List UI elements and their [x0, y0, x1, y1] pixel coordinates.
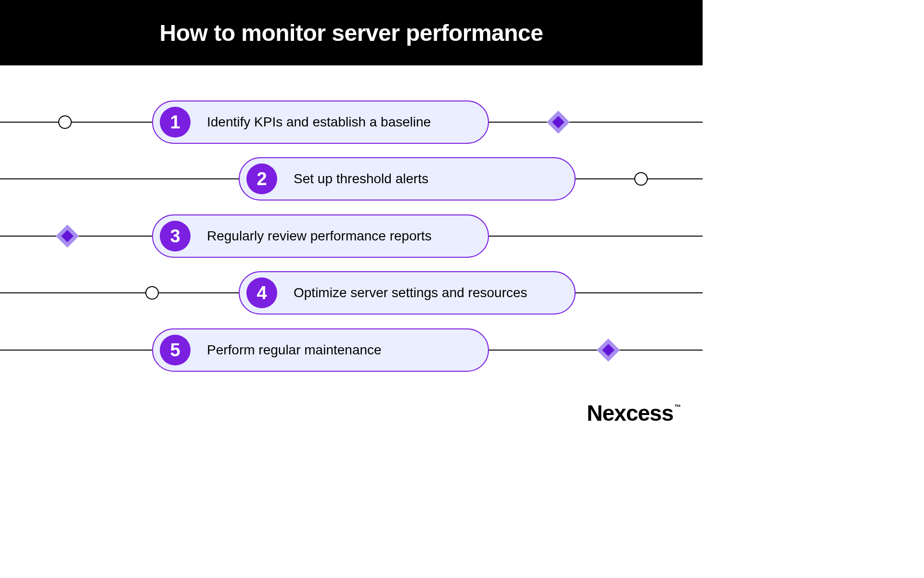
step-number-badge: 3	[160, 221, 191, 251]
step-number-badge: 5	[160, 335, 191, 365]
page-title: How to monitor server performance	[159, 20, 543, 46]
step-pill-5: 5 Perform regular maintenance	[152, 328, 489, 372]
step-pill-3: 3 Regularly review performance reports	[152, 214, 489, 258]
diagram-content: 1 Identify KPIs and establish a baseline…	[0, 65, 703, 439]
open-circle-icon	[58, 115, 72, 129]
trademark-icon: ™	[674, 403, 680, 411]
brand-logo: Nexcess™	[587, 400, 680, 426]
diamond-icon	[550, 114, 566, 130]
step-number-badge: 1	[160, 107, 191, 138]
diamond-icon	[600, 342, 616, 358]
header: How to monitor server performance	[0, 0, 703, 65]
step-label: Identify KPIs and establish a baseline	[207, 114, 431, 130]
open-circle-icon	[145, 286, 159, 300]
step-pill-1: 1 Identify KPIs and establish a baseline	[152, 101, 489, 144]
step-number-badge: 2	[246, 163, 277, 194]
step-pill-4: 4 Optimize server settings and resources	[239, 271, 576, 314]
brand-name: Nexcess	[587, 401, 673, 426]
step-label: Set up threshold alerts	[294, 171, 428, 187]
step-number-badge: 4	[246, 277, 277, 308]
step-pill-2: 2 Set up threshold alerts	[239, 157, 576, 201]
step-label: Perform regular maintenance	[207, 342, 382, 358]
step-label: Regularly review performance reports	[207, 228, 432, 244]
open-circle-icon	[634, 172, 648, 186]
diamond-icon	[59, 228, 76, 244]
step-label: Optimize server settings and resources	[294, 285, 527, 301]
